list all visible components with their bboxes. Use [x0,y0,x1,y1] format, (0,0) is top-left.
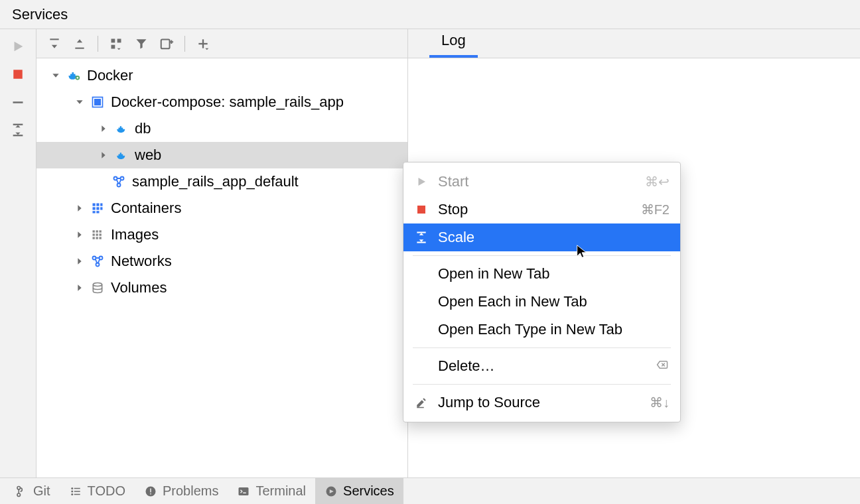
service-icon [113,147,129,163]
svg-rect-51 [74,493,80,495]
tree-node-images[interactable]: Images [36,221,407,248]
chevron-down-icon [72,95,87,109]
svg-rect-16 [95,99,97,101]
tree-node-web[interactable]: web [36,142,407,168]
left-gutter [0,29,36,477]
svg-rect-8 [111,44,115,48]
svg-rect-26 [93,207,96,210]
svg-rect-7 [117,38,121,42]
menu-open-tab[interactable]: Open in New Tab [403,260,680,288]
tree-node-db[interactable]: db [36,115,407,142]
menu-label: Stop [438,201,632,218]
svg-rect-32 [96,230,98,232]
tree-node-networks[interactable]: Networks [36,248,407,275]
group-by-button[interactable] [105,32,127,55]
docker-icon [66,68,82,84]
collapse-all-button[interactable] [68,32,91,55]
svg-rect-35 [96,233,98,235]
menu-label: Open in New Tab [438,265,670,283]
svg-point-44 [17,486,21,489]
bottom-todo[interactable]: TODO [60,478,135,504]
network-icon [111,174,127,190]
svg-rect-33 [100,230,102,232]
tree-node-containers[interactable]: Containers [36,195,407,221]
svg-rect-36 [100,233,102,235]
svg-point-50 [71,493,73,495]
svg-rect-53 [150,488,151,492]
detail-tabs: Log [408,29,860,58]
services-icon [324,485,338,498]
add-service-button[interactable] [192,32,214,55]
containers-icon [90,200,106,216]
panel-title: Services [12,6,68,23]
svg-rect-19 [98,103,100,105]
tree-label: db [135,120,151,137]
tree-toolbar [36,29,407,58]
tree-node-docker[interactable]: Docker [36,62,407,89]
run-button[interactable] [10,38,26,54]
menu-label: Scale [438,229,670,246]
menu-label: Open Each in New Tab [438,293,670,310]
bottom-terminal[interactable]: Terminal [228,478,315,504]
svg-rect-60 [417,407,424,409]
chevron-right-icon [72,281,87,295]
menu-label: Start [438,173,636,190]
menu-delete[interactable]: Delete… [403,352,680,380]
tree-node-volumes[interactable]: Volumes [36,275,407,301]
delete-key-icon [655,359,670,374]
play-icon [414,174,429,189]
bottom-problems[interactable]: Problems [135,478,228,504]
tab-log[interactable]: Log [429,27,478,58]
svg-rect-38 [96,237,98,239]
svg-rect-18 [95,103,97,105]
stop-button[interactable] [10,66,26,82]
menu-separator [413,384,671,385]
menu-separator [413,347,671,348]
menu-shortcut: ⌘↩ [645,174,670,190]
menu-jump-source[interactable]: Jump to Source ⌘↓ [403,389,680,416]
svg-point-46 [71,487,73,489]
tree-panel: Docker Docker-compose: sample_rails_app [36,29,408,477]
svg-rect-47 [74,487,80,489]
menu-separator [413,255,671,256]
menu-start[interactable]: Start ⌘↩ [403,168,680,196]
svg-point-22 [117,184,121,187]
filter-button[interactable] [130,32,153,55]
menu-shortcut: ⌘↓ [650,395,670,410]
scale-icon [414,230,429,245]
tree-label: Docker [87,67,133,84]
bottom-label: Terminal [255,483,306,499]
open-new-tab-button[interactable] [155,32,178,55]
svg-rect-28 [100,207,102,210]
scale-gutter-icon[interactable] [10,122,26,138]
context-menu: Start ⌘↩ Stop ⌘F2 Scale Open in New Tab … [403,162,681,422]
chevron-right-icon [96,121,111,136]
chevron-right-icon [72,227,87,242]
menu-stop[interactable]: Stop ⌘F2 [403,196,680,223]
tree-node-compose[interactable]: Docker-compose: sample_rails_app [36,89,407,115]
warning-icon [144,485,157,498]
menu-label: Jump to Source [438,394,640,411]
list-icon [69,485,82,498]
svg-rect-30 [96,211,99,213]
svg-point-45 [17,493,21,497]
bottom-label: Git [33,483,50,499]
menu-scale[interactable]: Scale [403,223,680,251]
minimize-icon[interactable] [10,94,26,110]
bottom-git[interactable]: Git [5,478,60,504]
svg-rect-1 [13,101,23,103]
menu-open-each[interactable]: Open Each in New Tab [403,288,680,316]
chevron-right-icon [72,254,87,269]
tree-node-network-default[interactable]: sample_rails_app_default [36,168,407,195]
svg-point-48 [71,490,73,492]
tree-label: Containers [111,200,181,217]
chevron-down-icon [48,68,63,83]
expand-all-button[interactable] [43,32,66,55]
menu-open-each-type[interactable]: Open Each Type in New Tab [403,316,680,344]
images-icon [90,227,106,243]
bottom-services[interactable]: Services [315,478,403,504]
compose-icon [90,94,106,110]
terminal-icon [237,485,250,498]
stop-icon [414,202,429,217]
chevron-right-icon [72,201,87,216]
